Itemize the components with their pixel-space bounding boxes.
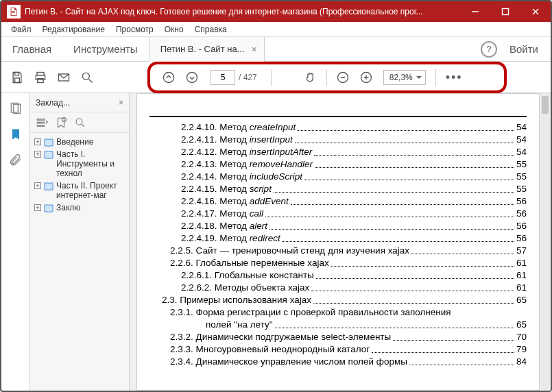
svg-rect-0 (12, 11, 14, 12)
menu-view[interactable]: Просмотр (110, 23, 159, 36)
search-icon[interactable] (75, 66, 99, 89)
page-rule (149, 116, 527, 117)
bookmark-tools (30, 112, 129, 133)
page-number-input[interactable] (211, 70, 235, 85)
toc-row[interactable]: 2.2.4.17. Метод call56 (149, 208, 527, 220)
svg-rect-3 (503, 9, 509, 15)
app-icon (7, 5, 21, 19)
maximize-button[interactable] (490, 1, 520, 22)
close-button[interactable] (520, 1, 551, 22)
save-icon[interactable] (5, 66, 29, 89)
help-icon[interactable]: ? (481, 41, 497, 58)
scrollbar-thumb[interactable] (542, 96, 549, 114)
bookmark-tree: +Введение+Часть I. Инструменты и технол+… (30, 133, 129, 391)
svg-rect-1 (12, 12, 14, 13)
toc-row[interactable]: 2.2.4.10. Метод createInput54 (149, 121, 527, 134)
book-icon (44, 138, 53, 147)
hand-tool-icon[interactable] (300, 67, 321, 88)
toc-row[interactable]: 2.2.4.12. Метод insertInputAfter54 (149, 146, 527, 158)
svg-line-28 (82, 124, 84, 127)
book-icon (44, 182, 53, 191)
bookmark-item[interactable]: +Введение (34, 136, 126, 148)
menu-help[interactable]: Справка (189, 23, 232, 36)
book-icon (44, 151, 53, 159)
toc-row[interactable]: 2.3.2. Динамически подгружаемые select-э… (149, 331, 527, 343)
expand-icon[interactable]: + (34, 151, 41, 158)
bookmarks-icon[interactable] (8, 126, 24, 143)
vertical-scrollbar[interactable] (541, 93, 549, 391)
panel-close-icon[interactable]: × (119, 98, 123, 108)
toc-row[interactable]: 2.2.4.19. Метод redirect56 (149, 232, 527, 245)
attachments-icon[interactable] (8, 152, 24, 169)
print-icon[interactable] (29, 66, 52, 89)
svg-line-13 (89, 79, 93, 82)
more-tools-icon[interactable]: ••• (446, 71, 463, 85)
page-up-icon[interactable] (158, 67, 179, 88)
book-icon (44, 204, 53, 212)
document-page: 2.2.4.10. Метод createInput542.2.4.11. М… (136, 93, 540, 391)
login-button[interactable]: Войти (509, 43, 538, 55)
zoom-out-icon[interactable] (333, 67, 353, 88)
bookmark-label: Часть I. Инструменты и технол (56, 149, 126, 178)
page-nav-toolbar: / 427 82,3% ••• (147, 62, 507, 93)
expand-icon[interactable]: + (34, 204, 41, 211)
toc-row[interactable]: 2.2.6. Глобальные переменные хајах61 (149, 257, 527, 269)
bookmark-label: Заклю (56, 203, 126, 212)
menu-file[interactable]: Файл (5, 23, 37, 36)
bookmark-options-icon[interactable] (36, 117, 48, 129)
toc-row[interactable]: 2.2.4.13. Метод removeHandler55 (149, 158, 527, 171)
tab-document[interactable]: Петин В. - Сайт на... × (149, 37, 265, 62)
nav-rail (1, 93, 30, 391)
svg-rect-25 (37, 125, 45, 126)
toc-row[interactable]: 2.2.4.18. Метод alert56 (149, 220, 527, 232)
bookmark-find-icon[interactable] (74, 117, 86, 129)
toc-row[interactable]: 2.2.4.15. Метод script55 (149, 183, 527, 195)
toc-row[interactable]: 2.2.5. Сайт — тренировочный стенд для из… (149, 245, 527, 257)
svg-point-14 (164, 73, 174, 83)
zoom-value: 82,3% (389, 73, 413, 82)
bookmark-item[interactable]: +Часть I. Инструменты и технол (34, 148, 126, 180)
bookmark-label: Часть II. Проект интернет-маг (56, 181, 126, 200)
menu-edit[interactable]: Редактирование (37, 23, 110, 36)
thumbnails-icon[interactable] (8, 100, 24, 117)
svg-point-15 (187, 73, 197, 83)
zoom-in-icon[interactable] (356, 67, 376, 88)
toc-row[interactable]: 2.2.4.16. Метод addEvent56 (149, 195, 527, 208)
svg-point-12 (82, 73, 89, 79)
svg-rect-10 (38, 78, 43, 82)
toc-row[interactable]: 2.2.4.11. Метод insertInput54 (149, 134, 527, 146)
tab-tools[interactable]: Инструменты (62, 39, 149, 59)
svg-rect-6 (15, 72, 19, 75)
bookmarks-title: Заклад... (36, 98, 70, 108)
zoom-select[interactable]: 82,3% (383, 70, 426, 85)
window-title: Петин В. - Сайт на AJAX под ключ. Готово… (25, 7, 460, 16)
toc-row[interactable]: 2.2.6.1. Глобальные константы61 (149, 269, 527, 282)
toc-row[interactable]: 2.2.6.2. Методы объекта хајах61 (149, 282, 527, 294)
minimize-button[interactable] (460, 1, 490, 22)
tab-document-label: Петин В. - Сайт на... (160, 37, 245, 62)
table-of-contents: 2.2.4.10. Метод createInput542.2.4.11. М… (149, 121, 527, 368)
page-down-icon[interactable] (182, 67, 202, 88)
toc-row[interactable]: 2.3.1. Форма регистрации с проверкой пра… (149, 306, 527, 319)
expand-icon[interactable]: + (34, 138, 41, 145)
menu-window[interactable]: Окно (159, 23, 189, 36)
toc-row[interactable]: 2.3.4. Динамическое управление числом по… (149, 356, 527, 368)
svg-rect-23 (37, 119, 45, 120)
toc-row[interactable]: 2.3.3. Многоуровневый неоднородный катал… (149, 343, 527, 356)
menu-bar: Файл Редактирование Просмотр Окно Справк… (1, 22, 551, 37)
page-total-label: / 427 (239, 73, 257, 82)
svg-rect-7 (15, 77, 20, 82)
toc-row[interactable]: 2.2.4.14. Метод includeScript55 (149, 171, 527, 183)
bookmark-item[interactable]: +Заклю (34, 201, 126, 214)
mail-icon[interactable] (52, 66, 75, 89)
tab-home[interactable]: Главная (1, 39, 62, 59)
select-tool-icon[interactable] (277, 67, 298, 88)
toc-row[interactable]: полей "на лету"65 (149, 319, 527, 331)
bookmark-new-icon[interactable] (55, 117, 67, 129)
toc-row[interactable]: 2.3. Примеры использования хајах65 (149, 294, 527, 306)
svg-rect-24 (37, 122, 45, 123)
expand-icon[interactable]: + (34, 182, 41, 189)
tab-close-icon[interactable]: × (251, 37, 256, 62)
svg-point-27 (76, 119, 82, 125)
bookmark-item[interactable]: +Часть II. Проект интернет-маг (34, 180, 126, 201)
